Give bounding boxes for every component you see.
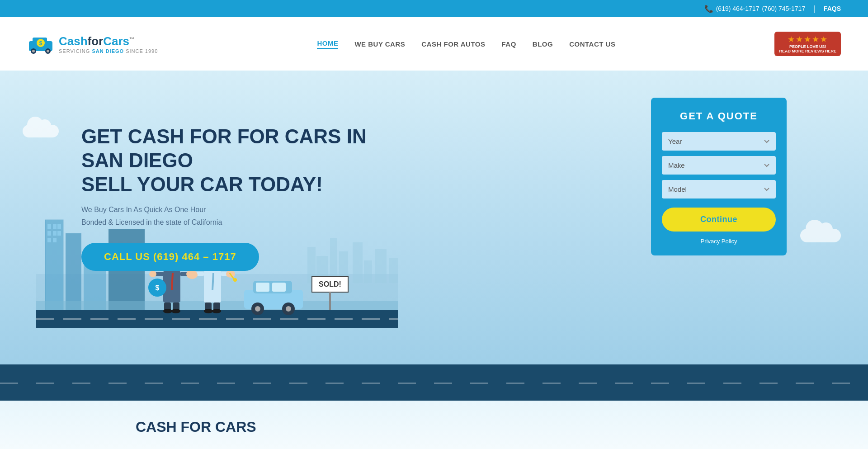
logo-icon: $ bbox=[27, 34, 54, 54]
phone1: (619) 464-1717 bbox=[716, 5, 760, 12]
nav-we-buy-cars[interactable]: WE BUY CARS bbox=[354, 40, 405, 48]
svg-point-74 bbox=[187, 271, 198, 279]
nav-cash-for-autos[interactable]: CASH FOR AUTOS bbox=[421, 40, 485, 48]
yelp-stars: ★★★★★ bbox=[788, 34, 828, 44]
svg-rect-24 bbox=[57, 231, 61, 236]
svg-point-3 bbox=[32, 50, 35, 52]
svg-point-80 bbox=[255, 306, 260, 312]
svg-point-54 bbox=[149, 271, 156, 277]
road-bar bbox=[0, 364, 868, 401]
svg-rect-44 bbox=[335, 318, 353, 320]
bottom-title: CASH FOR CARS bbox=[136, 419, 732, 435]
svg-rect-36 bbox=[118, 318, 136, 320]
quote-title: GET A QUOTE bbox=[662, 110, 776, 122]
svg-rect-26 bbox=[53, 238, 57, 242]
phone2: (760) 745-1717 bbox=[762, 5, 805, 12]
svg-point-69 bbox=[233, 278, 237, 282]
svg-rect-40 bbox=[226, 318, 244, 320]
svg-rect-27 bbox=[66, 233, 81, 310]
nav-blog[interactable]: BLOG bbox=[533, 40, 553, 48]
logo-text: CashforCars™ SERVICING SAN DIEGO SINCE 1… bbox=[59, 34, 158, 54]
make-select[interactable]: Make ToyotaHondaFord ChevroletNissanBMW bbox=[662, 156, 776, 175]
svg-rect-85 bbox=[329, 292, 331, 310]
phone-icon: 📞 bbox=[704, 5, 713, 13]
svg-rect-33 bbox=[36, 318, 54, 320]
cloud-3 bbox=[800, 229, 841, 242]
main-nav: HOME WE BUY CARS CASH FOR AUTOS FAQ BLOG… bbox=[317, 39, 615, 49]
header: $ CashforCars™ SERVICING SAN DIEGO SINCE… bbox=[0, 17, 868, 71]
svg-point-82 bbox=[286, 306, 291, 312]
svg-rect-43 bbox=[307, 318, 326, 320]
call-button[interactable]: CALL US (619) 464 – 1717 bbox=[81, 243, 259, 271]
svg-rect-45 bbox=[362, 318, 380, 320]
faqs-link[interactable]: FAQS bbox=[824, 5, 841, 12]
road-lines bbox=[0, 383, 868, 384]
svg-text:$: $ bbox=[156, 284, 160, 292]
svg-rect-25 bbox=[47, 238, 51, 242]
nav-faq[interactable]: FAQ bbox=[501, 40, 516, 48]
svg-rect-37 bbox=[145, 318, 163, 320]
logo-area[interactable]: $ CashforCars™ SERVICING SAN DIEGO SINCE… bbox=[27, 34, 158, 54]
yelp-text1: PEOPLE LOVE US! bbox=[789, 44, 826, 49]
svg-rect-42 bbox=[280, 318, 298, 320]
svg-rect-20 bbox=[53, 224, 57, 229]
svg-point-5 bbox=[47, 50, 49, 52]
nav-home[interactable]: HOME bbox=[317, 39, 338, 49]
svg-point-72 bbox=[204, 309, 213, 313]
yelp-text2: READ MORE REVIEWS HERE bbox=[779, 49, 836, 53]
year-select[interactable]: Year 2024202320222021 2020201920182017 2… bbox=[662, 132, 776, 151]
svg-rect-34 bbox=[63, 318, 81, 320]
top-bar: 📞 (619) 464-1717 (760) 745-1717 | FAQS bbox=[0, 0, 868, 17]
yelp-badge[interactable]: ★★★★★ PEOPLE LOVE US! READ MORE REVIEWS … bbox=[774, 32, 841, 56]
nav-contact[interactable]: CONTACT US bbox=[569, 40, 615, 48]
phone-section: 📞 (619) 464-1717 (760) 745-1717 bbox=[704, 5, 806, 13]
hero-subtitle: We Buy Cars In As Quick As One Hour Bond… bbox=[81, 203, 651, 228]
bottom-section: CASH FOR CARS bbox=[0, 401, 868, 449]
quote-form: GET A QUOTE Year 2024202320222021 202020… bbox=[651, 98, 787, 255]
continue-button[interactable]: Continue bbox=[662, 208, 776, 232]
svg-rect-41 bbox=[253, 318, 271, 320]
svg-point-57 bbox=[163, 309, 172, 313]
svg-rect-39 bbox=[199, 318, 217, 320]
svg-rect-19 bbox=[47, 224, 51, 229]
hero-content: GET CASH FOR FOR CARS IN SAN DIEGO SELL … bbox=[81, 98, 651, 271]
logo-sub: SERVICING SAN DIEGO SINCE 1990 bbox=[59, 48, 158, 54]
svg-text:$: $ bbox=[39, 40, 42, 47]
svg-rect-38 bbox=[172, 318, 190, 320]
svg-rect-23 bbox=[53, 231, 57, 236]
logo-brand: CashforCars™ bbox=[59, 34, 158, 48]
svg-rect-22 bbox=[47, 231, 51, 236]
cloud-1 bbox=[23, 125, 59, 137]
privacy-link[interactable]: Privacy Policy bbox=[662, 238, 776, 245]
top-bar-divider: | bbox=[813, 4, 816, 14]
svg-rect-35 bbox=[90, 318, 108, 320]
svg-rect-46 bbox=[389, 318, 398, 320]
hero-title: GET CASH FOR FOR CARS IN SAN DIEGO SELL … bbox=[81, 125, 407, 196]
svg-point-58 bbox=[171, 309, 180, 313]
svg-text:SOLD!: SOLD! bbox=[319, 280, 341, 288]
svg-rect-21 bbox=[57, 224, 61, 229]
svg-rect-78 bbox=[272, 283, 286, 292]
svg-rect-77 bbox=[256, 283, 269, 292]
hero-section: GET CASH FOR FOR CARS IN SAN DIEGO SELL … bbox=[0, 71, 868, 364]
svg-point-73 bbox=[212, 309, 221, 313]
model-select[interactable]: Model SedanSUVTruck CoupeVan bbox=[662, 180, 776, 199]
